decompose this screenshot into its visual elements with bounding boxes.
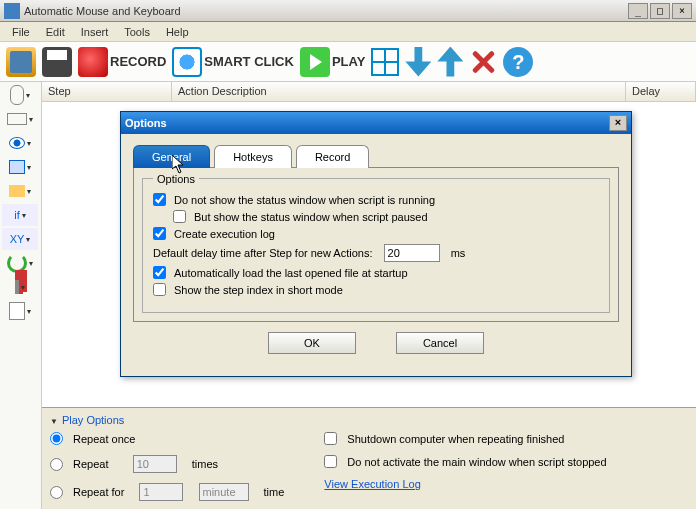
sidebar-file[interactable]: ▾ [2, 180, 38, 202]
checkbox-hide-status[interactable] [153, 193, 166, 206]
save-button[interactable] [42, 47, 72, 77]
sidebar-find[interactable]: ▾ [2, 132, 38, 154]
help-icon: ? [503, 47, 533, 77]
play-icon [300, 47, 330, 77]
tab-general[interactable]: General [133, 145, 210, 168]
checkbox-create-log[interactable] [153, 227, 166, 240]
grid-button[interactable] [371, 48, 399, 76]
label-autoload: Automatically load the last opened file … [174, 267, 408, 279]
repeat-for-value[interactable]: 1 [139, 483, 183, 501]
sidebar-mouse[interactable]: ▾ [2, 84, 38, 106]
dialog-title: Options [125, 117, 609, 129]
col-delay[interactable]: Delay [626, 82, 696, 101]
record-button[interactable]: RECORD [78, 47, 166, 77]
cancel-button[interactable]: Cancel [396, 332, 484, 354]
help-button[interactable]: ? [503, 47, 533, 77]
radio-repeat-once[interactable] [50, 432, 63, 445]
grid-icon [371, 48, 399, 76]
play-options-header[interactable]: Play Options [50, 412, 688, 432]
eye-icon [172, 47, 202, 77]
folder-open-icon [6, 47, 36, 77]
repeat-for-unit[interactable]: minute [199, 483, 249, 501]
label-repeat: Repeat [73, 458, 108, 470]
col-step[interactable]: Step [42, 82, 172, 101]
default-delay-input[interactable] [384, 244, 440, 262]
menu-file[interactable]: File [4, 24, 38, 40]
record-icon [78, 47, 108, 77]
smart-click-button[interactable]: SMART CLICK [172, 47, 294, 77]
menu-insert[interactable]: Insert [73, 24, 117, 40]
column-headers: Step Action Description Delay [42, 82, 696, 102]
arrow-up-icon [437, 47, 463, 77]
minimize-button[interactable]: _ [628, 3, 648, 19]
menu-help[interactable]: Help [158, 24, 197, 40]
col-action[interactable]: Action Description [172, 82, 626, 101]
menubar: File Edit Insert Tools Help [0, 22, 696, 42]
sidebar-loop[interactable]: ▾ [2, 252, 38, 274]
checkbox-no-activate[interactable] [324, 455, 337, 468]
record-label: RECORD [110, 54, 166, 69]
checkbox-short-index[interactable] [153, 283, 166, 296]
smart-click-label: SMART CLICK [204, 54, 294, 69]
dialog-titlebar[interactable]: Options × [121, 112, 631, 134]
checkbox-show-status-paused[interactable] [173, 210, 186, 223]
sidebar-window[interactable]: ▾ [2, 156, 38, 178]
open-button[interactable] [6, 47, 36, 77]
label-hide-status: Do not show the status window when scrip… [174, 194, 435, 206]
sidebar-flag[interactable]: ▾ [2, 276, 38, 298]
checkbox-autoload[interactable] [153, 266, 166, 279]
play-options-panel: Play Options Repeat once Repeat 10 times… [42, 407, 696, 509]
sidebar-xy[interactable]: XY▾ [2, 228, 38, 250]
label-ms: ms [451, 247, 466, 259]
window-title: Automatic Mouse and Keyboard [24, 5, 628, 17]
toolbar: RECORD SMART CLICK PLAY ? [0, 42, 696, 82]
label-shutdown: Shutdown computer when repeating finishe… [347, 433, 564, 445]
sidebar-keyboard[interactable]: ▾ [2, 108, 38, 130]
tab-hotkeys[interactable]: Hotkeys [214, 145, 292, 168]
sidebar-note[interactable]: ▾ [2, 300, 38, 322]
app-icon [4, 3, 20, 19]
close-button[interactable]: × [672, 3, 692, 19]
play-label: PLAY [332, 54, 365, 69]
move-down-button[interactable] [405, 47, 431, 77]
arrow-down-icon [405, 47, 431, 77]
label-time: time [264, 486, 285, 498]
repeat-count-input[interactable]: 10 [133, 455, 177, 473]
tab-record[interactable]: Record [296, 145, 369, 168]
dialog-close-button[interactable]: × [609, 115, 627, 131]
options-dialog: Options × General Hotkeys Record Options… [120, 111, 632, 377]
play-button[interactable]: PLAY [300, 47, 365, 77]
sidebar: ▾ ▾ ▾ ▾ ▾ if▾ XY▾ ▾ ▾ ▾ [0, 82, 42, 509]
view-execution-log-link[interactable]: View Execution Log [324, 478, 420, 490]
radio-repeat[interactable] [50, 458, 63, 471]
label-repeat-for: Repeat for [73, 486, 124, 498]
label-default-delay: Default delay time after Step for new Ac… [153, 247, 373, 259]
options-group-label: Options [153, 173, 199, 185]
label-create-log: Create execution log [174, 228, 275, 240]
menu-tools[interactable]: Tools [116, 24, 158, 40]
delete-icon [469, 48, 497, 76]
checkbox-shutdown[interactable] [324, 432, 337, 445]
move-up-button[interactable] [437, 47, 463, 77]
label-short-index: Show the step index in short mode [174, 284, 343, 296]
ok-button[interactable]: OK [268, 332, 356, 354]
save-icon [42, 47, 72, 77]
label-no-activate: Do not activate the main window when scr… [347, 456, 606, 468]
label-show-status-paused: But show the status window when script p… [194, 211, 428, 223]
radio-repeat-for[interactable] [50, 486, 63, 499]
maximize-button[interactable]: □ [650, 3, 670, 19]
titlebar: Automatic Mouse and Keyboard _ □ × [0, 0, 696, 22]
menu-edit[interactable]: Edit [38, 24, 73, 40]
label-times: times [192, 458, 218, 470]
label-repeat-once: Repeat once [73, 433, 135, 445]
sidebar-if[interactable]: if▾ [2, 204, 38, 226]
delete-button[interactable] [469, 48, 497, 76]
